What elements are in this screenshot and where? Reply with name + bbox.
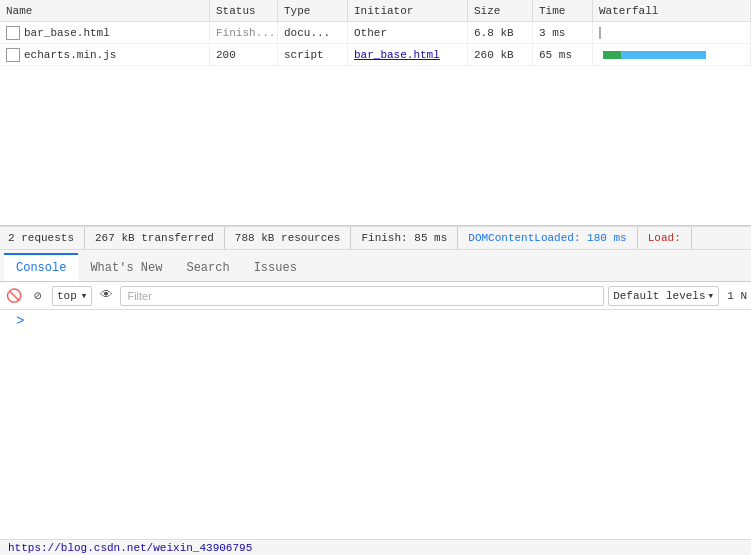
message-count: 1 N — [727, 290, 747, 302]
col-header-size[interactable]: Size — [468, 0, 533, 21]
col-header-time[interactable]: Time — [533, 0, 593, 21]
tab-whats-new[interactable]: What's New — [78, 253, 174, 281]
cell-time: 3 ms — [533, 22, 593, 43]
tab-issues-label: Issues — [254, 261, 297, 275]
initiator-link[interactable]: bar_base.html — [354, 49, 440, 61]
file-icon — [6, 26, 20, 40]
cell-waterfall — [593, 22, 751, 43]
tab-search-label: Search — [186, 261, 229, 275]
status-bar: 2 requests 267 kB transferred 788 kB res… — [0, 226, 751, 250]
filter-input[interactable] — [120, 286, 604, 306]
requests-count: 2 requests — [8, 227, 85, 249]
cell-size: 6.8 kB — [468, 22, 533, 43]
table-row[interactable]: bar_base.html Finish... docu... Other 6.… — [0, 22, 751, 44]
console-prompt: > — [8, 311, 32, 331]
waterfall-blue-segment — [621, 51, 706, 59]
cell-status: 200 — [210, 44, 278, 65]
console-output: > — [0, 310, 751, 539]
console-clear-button[interactable]: 🚫 — [4, 286, 24, 306]
file-icon — [6, 48, 20, 62]
table-header: Name Status Type Initiator Size Time Wat… — [0, 0, 751, 22]
waterfall-bar — [603, 51, 706, 59]
file-name[interactable]: bar_base.html — [24, 27, 110, 39]
console-filter-toggle[interactable]: ⊘ — [28, 286, 48, 306]
cell-name: bar_base.html — [0, 22, 210, 43]
console-toolbar: 🚫 ⊘ top ▾ 👁 Default levels ▾ 1 N — [0, 282, 751, 310]
log-levels-selector[interactable]: Default levels ▾ — [608, 286, 719, 306]
tab-search[interactable]: Search — [174, 253, 241, 281]
cell-type: script — [278, 44, 348, 65]
finish-time: Finish: 85 ms — [351, 227, 458, 249]
network-table-body: bar_base.html Finish... docu... Other 6.… — [0, 22, 751, 225]
tab-console[interactable]: Console — [4, 253, 78, 281]
cell-size: 260 kB — [468, 44, 533, 65]
tabs-bar: Console What's New Search Issues — [0, 250, 751, 282]
col-header-initiator[interactable]: Initiator — [348, 0, 468, 21]
chevron-down-icon: ▾ — [81, 289, 88, 302]
waterfall-green-segment — [603, 51, 621, 59]
context-selector[interactable]: top ▾ — [52, 286, 92, 306]
cell-type: docu... — [278, 22, 348, 43]
cell-initiator: bar_base.html — [348, 44, 468, 65]
url-bar: https://blog.csdn.net/weixin_43906795 — [0, 539, 751, 555]
eye-icon[interactable]: 👁 — [96, 286, 116, 306]
tab-whats-new-label: What's New — [90, 261, 162, 275]
waterfall-tick — [599, 27, 601, 39]
tab-console-label: Console — [16, 261, 66, 275]
cell-status: Finish... — [210, 22, 278, 43]
cell-initiator: Other — [348, 22, 468, 43]
network-panel: Name Status Type Initiator Size Time Wat… — [0, 0, 751, 226]
tab-issues[interactable]: Issues — [242, 253, 309, 281]
levels-label: Default levels — [613, 290, 705, 302]
file-name[interactable]: echarts.min.js — [24, 49, 116, 61]
resources-size: 788 kB resources — [225, 227, 352, 249]
cell-name: echarts.min.js — [0, 44, 210, 65]
cell-time: 65 ms — [533, 44, 593, 65]
table-row[interactable]: echarts.min.js 200 script bar_base.html … — [0, 44, 751, 66]
top-label: top — [57, 290, 77, 302]
col-header-status[interactable]: Status — [210, 0, 278, 21]
url-text: https://blog.csdn.net/weixin_43906795 — [8, 542, 252, 554]
col-header-type[interactable]: Type — [278, 0, 348, 21]
dom-content-loaded: DOMContentLoaded: 180 ms — [458, 227, 637, 249]
col-header-name[interactable]: Name — [0, 0, 210, 21]
col-header-waterfall[interactable]: Waterfall — [593, 0, 751, 21]
transferred-size: 267 kB transferred — [85, 227, 225, 249]
cell-waterfall — [593, 44, 751, 65]
chevron-down-icon: ▾ — [708, 289, 715, 302]
console-line: > — [0, 312, 751, 330]
load-time: Load: — [638, 227, 692, 249]
